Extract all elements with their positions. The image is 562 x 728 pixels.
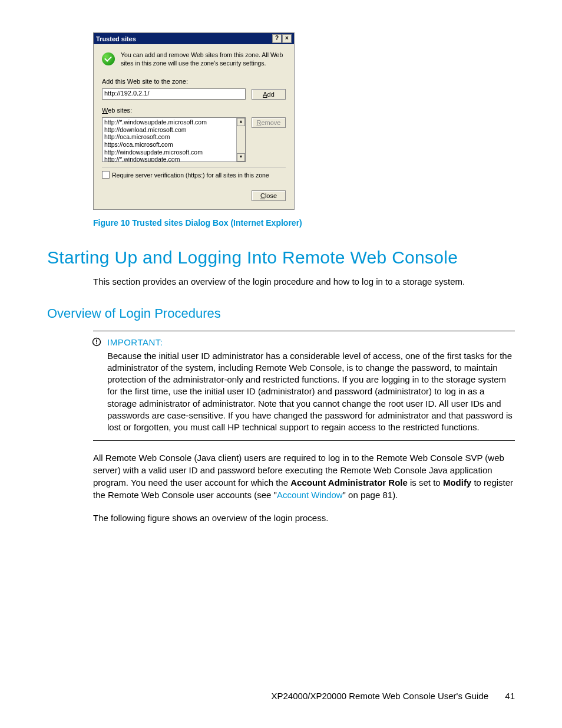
figure-caption: Figure 10 Trusted sites Dialog Box (Inte… — [93, 218, 515, 228]
important-icon — [92, 337, 101, 347]
list-item[interactable]: http://*.windowsupdate.microsoft.com — [104, 118, 243, 126]
remove-button[interactable]: Remove — [252, 117, 286, 128]
footer-title: XP24000/XP20000 Remote Web Console User'… — [272, 691, 489, 701]
websites-label: Web sites: — [102, 107, 132, 114]
require-https-checkbox[interactable] — [102, 171, 110, 179]
list-item[interactable]: https://oca.microsoft.com — [104, 141, 243, 149]
intro-paragraph: This section provides an overview of the… — [93, 276, 515, 288]
help-button[interactable]: ? — [272, 34, 282, 43]
list-item[interactable]: http://oca.microsoft.com — [104, 133, 243, 141]
scroll-up-icon[interactable]: ▴ — [237, 118, 245, 126]
page-footer: XP24000/XP20000 Remote Web Console User'… — [272, 691, 515, 701]
svg-rect-2 — [96, 343, 97, 344]
add-site-label: Add this Web site to the zone: — [102, 78, 286, 85]
scroll-down-icon[interactable]: ▾ — [237, 153, 245, 162]
body-paragraph-2: The following figure shows an overview o… — [93, 512, 515, 524]
add-button[interactable]: Add — [252, 89, 286, 100]
trusted-sites-dialog: Trusted sites ? × You can add and remove… — [93, 32, 295, 210]
list-item[interactable]: http://windowsupdate.microsoft.com — [104, 149, 243, 156]
svg-rect-1 — [96, 340, 97, 342]
important-label: IMPORTANT: — [107, 337, 163, 347]
dialog-info-text: You can add and remove Web sites from th… — [121, 51, 286, 67]
page-number: 41 — [505, 691, 515, 701]
account-window-link[interactable]: Account Window — [277, 490, 343, 500]
list-item[interactable]: http://download.microsoft.com — [104, 126, 243, 134]
close-dialog-button[interactable]: Close — [252, 190, 286, 201]
dialog-title: Trusted sites — [96, 35, 272, 42]
body-paragraph-1: All Remote Web Console (Java client) use… — [93, 452, 515, 501]
important-text: Because the initial user ID administrato… — [107, 350, 515, 434]
check-icon — [102, 52, 115, 65]
websites-listbox[interactable]: http://*.windowsupdate.microsoft.com htt… — [102, 117, 246, 162]
scrollbar[interactable]: ▴ ▾ — [236, 118, 245, 162]
require-https-label: Require server verification (https:) for… — [112, 172, 269, 179]
close-button[interactable]: × — [282, 34, 292, 43]
important-block: IMPORTANT: Because the initial user ID a… — [93, 331, 515, 442]
list-item[interactable]: http://*.windowsupdate.com — [104, 156, 243, 162]
add-site-input[interactable]: http://192.0.2.1/ — [102, 88, 246, 100]
heading-1: Starting Up and Logging Into Remote Web … — [47, 248, 515, 268]
heading-2: Overview of Login Procedures — [47, 306, 515, 321]
dialog-titlebar: Trusted sites ? × — [94, 33, 294, 44]
